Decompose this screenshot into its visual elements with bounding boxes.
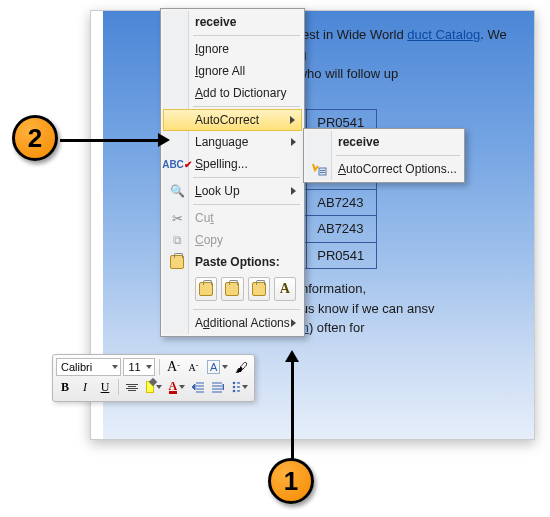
spelling-context-menu: receive Ignore Ignore All Add to Diction… [160,8,305,337]
chevron-down-icon [179,385,185,389]
link-product-catalog[interactable]: duct Catalog [407,27,480,42]
svg-rect-3 [237,386,240,387]
menu-item-cut: Cut [163,207,302,229]
clipboard-icon [252,282,266,296]
svg-rect-8 [320,172,325,173]
clipboard-icon [225,282,239,296]
menu-item-autocorrect[interactable]: AutoCorrect [163,109,302,131]
lookup-icon: 🔍 [169,183,185,199]
chevron-right-icon [291,319,296,327]
menu-item-add-dictionary[interactable]: Add to Dictionary [163,82,302,104]
table-cell: AB7243 [307,189,377,216]
svg-rect-6 [319,168,326,175]
indent-increase-button[interactable] [209,378,227,396]
autocorrect-options-icon [311,161,327,177]
highlight-button[interactable] [143,378,165,396]
shrink-font-button[interactable]: Aˇ [185,358,203,376]
menu-item-paste-options-label: Paste Options: [163,251,302,273]
separator [193,35,300,36]
font-size-combo[interactable]: 11 [123,358,155,376]
menu-item-lookup[interactable]: 🔍 Look Up [163,180,302,202]
chevron-right-icon [291,187,296,195]
svg-point-2 [232,386,235,389]
svg-rect-7 [320,170,325,171]
menu-item-language[interactable]: Language [163,131,302,153]
align-center-icon [126,384,138,391]
bullets-icon [232,381,240,393]
scissors-icon [169,210,185,226]
separator [193,204,300,205]
clipboard-icon [199,282,213,296]
arrowhead-up-icon [285,350,299,362]
menu-item-ignore[interactable]: Ignore [163,38,302,60]
font-name-value: Calibri [61,361,92,373]
callout-line [60,139,160,142]
menu-item-spelling[interactable]: ABC✔ Spelling... [163,153,302,175]
indent-increase-icon [212,381,224,393]
separator [193,106,300,107]
submenu-item-receive[interactable]: receive [306,131,462,153]
svg-rect-5 [237,390,240,391]
paste-picture-button[interactable] [248,277,270,301]
italic-button[interactable]: I [76,378,94,396]
table-cell: PR0541 [307,242,377,269]
chevron-down-icon [146,365,152,369]
menu-item-suggestion[interactable]: receive [163,11,302,33]
arrowhead-right-icon [158,133,170,147]
font-size-value: 11 [128,361,140,373]
copy-icon [169,232,185,248]
bold-button[interactable]: B [56,378,74,396]
menu-item-additional-actions[interactable]: Additional Actions [163,312,302,334]
autocorrect-submenu: receive AutoCorrect Options... [303,128,465,183]
menu-item-copy: Copy [163,229,302,251]
chevron-down-icon [156,385,162,389]
separator [118,379,119,395]
clipboard-icon [169,254,185,270]
indent-decrease-button[interactable] [189,378,207,396]
svg-point-0 [232,382,235,385]
chevron-down-icon [222,365,228,369]
indent-decrease-icon [192,381,204,393]
separator [193,309,300,310]
mini-toolbar: Calibri 11 Aˆ Aˇ A 🖌 B I U A [52,354,255,402]
svg-point-4 [232,390,235,393]
paste-keep-source-button[interactable] [195,277,217,301]
format-painter-button[interactable]: 🖌 [233,358,251,376]
svg-rect-1 [237,382,240,383]
spelling-icon: ABC✔ [169,156,185,172]
paste-text-only-button[interactable]: A [274,277,296,301]
font-name-combo[interactable]: Calibri [56,358,121,376]
callout-line [291,360,294,460]
separator [159,359,160,375]
highlight-icon [146,381,154,393]
chevron-right-icon [291,138,296,146]
grow-font-button[interactable]: Aˆ [164,358,182,376]
separator [336,155,460,156]
chevron-down-icon [242,385,248,389]
menu-item-ignore-all[interactable]: Ignore All [163,60,302,82]
chevron-down-icon [112,365,118,369]
table-cell: AB7243 [307,216,377,243]
paste-merge-button[interactable] [221,277,243,301]
callout-badge-2: 2 [12,115,58,161]
styles-button[interactable]: A [205,358,231,376]
align-center-button[interactable] [123,378,141,396]
font-color-button[interactable]: A [167,378,187,396]
underline-button[interactable]: U [96,378,114,396]
chevron-right-icon [290,116,295,124]
text-fragment: ) often for [309,320,365,335]
separator [193,177,300,178]
bullets-button[interactable] [229,378,251,396]
callout-badge-1: 1 [268,458,314,504]
submenu-item-autocorrect-options[interactable]: AutoCorrect Options... [306,158,462,180]
